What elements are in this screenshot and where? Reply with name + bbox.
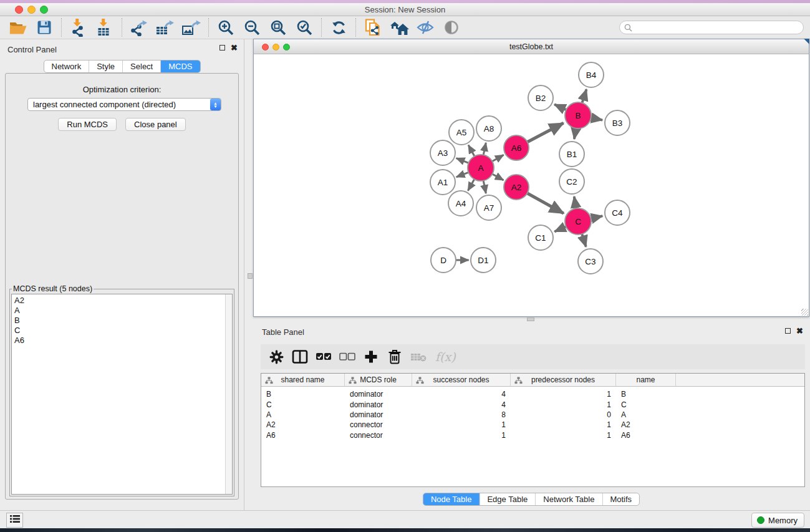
graph-edge-A-A2[interactable]	[492, 174, 503, 180]
criterion-dropdown[interactable]: largest connected component (directed) ▲…	[27, 98, 221, 111]
graph-edge-A-A5[interactable]	[468, 145, 475, 156]
show-panel-button[interactable]	[442, 18, 461, 37]
table-cell: 1	[412, 420, 511, 430]
table-cell: 1	[511, 400, 616, 410]
result-list-item[interactable]: A6	[12, 336, 232, 346]
mcds-result-list[interactable]: A2ABCA6	[11, 294, 233, 495]
mcds-result-fieldset: MCDS result (5 nodes) A2ABCA6	[9, 284, 234, 496]
horizontal-scroll-thumb[interactable]	[527, 317, 534, 321]
export-image-icon	[182, 19, 201, 36]
run-mcds-button[interactable]: Run MCDS	[58, 118, 117, 131]
open-session-button[interactable]	[9, 18, 27, 37]
tab-edge-table[interactable]: Edge Table	[479, 493, 535, 505]
zoom-fit-button[interactable]	[269, 18, 287, 37]
column-header-predecessor-nodes[interactable]: predecessor nodes	[511, 374, 616, 387]
tab-style[interactable]: Style	[89, 60, 122, 72]
network-canvas[interactable]: B4B2BB3A5A8A6B1A3AA1C2A2A4A7C4CC1C3DD1	[254, 54, 809, 316]
graph-node-label: D	[440, 256, 446, 265]
tab-mcds[interactable]: MCDS	[160, 60, 200, 72]
result-list-item[interactable]: A2	[12, 296, 232, 306]
export-network-button[interactable]	[130, 18, 148, 37]
select-all-rows-button[interactable]	[314, 347, 333, 366]
panel-menu-button[interactable]	[6, 513, 23, 528]
zoom-out-button[interactable]	[243, 18, 261, 37]
table-cell: C	[261, 400, 345, 410]
column-header-successor-nodes[interactable]: successor nodes	[412, 374, 511, 387]
graph-edge-A2-C[interactable]	[527, 193, 563, 213]
export-table-button[interactable]	[156, 18, 175, 37]
hide-panel-button[interactable]	[416, 18, 435, 37]
table-row[interactable]: Bdominator41B	[261, 390, 804, 400]
network-window-titlebar[interactable]: testGlobe.txt	[254, 39, 809, 54]
tab-network-table[interactable]: Network Table	[535, 493, 602, 505]
tab-select[interactable]: Select	[122, 60, 160, 72]
result-list-item[interactable]: A	[12, 306, 232, 316]
table-row[interactable]: A6connector11A6	[261, 430, 804, 440]
function-builder-label: f(x)	[435, 350, 456, 364]
float-table-panel-icon[interactable]	[785, 328, 791, 334]
graph-edge-A-A3[interactable]	[456, 158, 469, 163]
graph-edge-A-A4[interactable]	[468, 179, 474, 190]
table-row[interactable]: Cdominator41C	[261, 400, 804, 410]
graph-edge-C-C1[interactable]	[554, 226, 566, 231]
deselect-all-rows-button[interactable]	[338, 347, 357, 366]
window-resize-grip[interactable]	[801, 309, 808, 316]
vertical-scroll-thumb[interactable]	[248, 273, 253, 279]
graph-node-label: B2	[536, 94, 546, 103]
delete-column-button[interactable]	[385, 347, 404, 366]
duplicate-network-button[interactable]	[364, 18, 382, 37]
org-tree-icon	[265, 377, 273, 386]
result-list-item[interactable]: B	[12, 316, 232, 326]
graph-edge-A6-B[interactable]	[528, 123, 564, 142]
graph-edge-B-B4[interactable]	[582, 89, 586, 103]
export-image-button[interactable]	[182, 18, 201, 37]
graph-edge-C-C2[interactable]	[574, 196, 576, 208]
graph-edge-B-B1[interactable]	[574, 128, 576, 139]
zoom-in-button[interactable]	[216, 18, 235, 37]
graph-node-label: C	[575, 217, 581, 226]
graph-edge-A-A8[interactable]	[483, 143, 486, 155]
graph-edge-C-C3[interactable]	[582, 234, 586, 247]
graph-edge-C-C4[interactable]	[591, 216, 602, 218]
close-panel-button[interactable]: Close panel	[125, 118, 186, 131]
deselect-all-icon	[339, 352, 355, 361]
table-panel-window-controls: ✖	[785, 328, 803, 334]
delete-table-button[interactable]	[409, 347, 428, 366]
float-panel-icon[interactable]	[219, 45, 225, 51]
search-input[interactable]	[619, 21, 804, 34]
table-header-row: shared nameMCDS rolesuccessor nodesprede…	[261, 374, 804, 387]
add-column-button[interactable]	[362, 347, 380, 366]
column-header-shared-name[interactable]: shared name	[261, 374, 345, 387]
memory-label: Memory	[768, 516, 798, 525]
table-row[interactable]: A2connector11A2	[261, 420, 804, 430]
column-header-name[interactable]: name	[616, 374, 676, 387]
result-list-item[interactable]: C	[12, 326, 232, 336]
tab-node-table[interactable]: Node Table	[423, 493, 480, 505]
result-list-scrollbar[interactable]	[225, 294, 232, 494]
close-panel-icon[interactable]: ✖	[231, 45, 238, 51]
table-row[interactable]: Adominator80A	[261, 410, 804, 420]
refresh-layout-button[interactable]	[329, 18, 348, 37]
graph-edge-A-A7[interactable]	[483, 181, 486, 194]
zoom-selected-button[interactable]	[295, 18, 314, 37]
network-graph[interactable]: B4B2BB3A5A8A6B1A3AA1C2A2A4A7C4CC1C3DD1	[254, 54, 809, 316]
org-tree-icon	[514, 377, 523, 386]
table-settings-button[interactable]	[267, 347, 286, 366]
import-table-button[interactable]	[95, 18, 114, 37]
graph-edge-B-B3[interactable]	[591, 118, 602, 120]
memory-button[interactable]: Memory	[751, 513, 804, 528]
save-session-button[interactable]	[35, 18, 54, 37]
import-network-button[interactable]	[69, 18, 88, 37]
table-cell: 4	[412, 390, 511, 400]
function-builder-button[interactable]: f(x)	[433, 347, 458, 366]
graph-edge-A-A1[interactable]	[456, 172, 469, 177]
graph-edge-A-A6[interactable]	[492, 155, 503, 161]
tab-motifs[interactable]: Motifs	[602, 493, 639, 505]
column-header-mcds-role[interactable]: MCDS role	[345, 374, 412, 387]
close-table-panel-icon[interactable]: ✖	[796, 328, 803, 334]
table-cell-filler	[676, 390, 804, 400]
graph-edge-B-B2[interactable]	[554, 104, 566, 110]
tab-network[interactable]: Network	[44, 60, 89, 72]
split-table-button[interactable]	[291, 347, 309, 366]
network-overview-button[interactable]	[390, 18, 408, 37]
